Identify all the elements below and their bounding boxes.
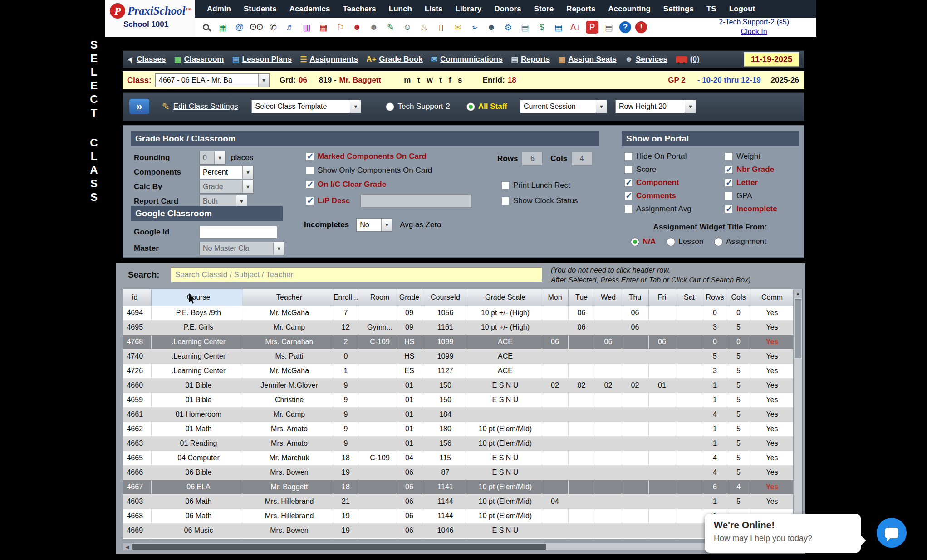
session-select[interactable]: Current Session ▼	[520, 100, 607, 113]
subnav-item-lesson-plans[interactable]: ▤Lesson Plans	[232, 55, 292, 64]
sort-az-icon[interactable]: A↓	[569, 21, 582, 34]
lp-desc-input[interactable]	[360, 194, 471, 208]
pdf-icon[interactable]: P	[586, 21, 598, 34]
person-icon[interactable]: ☻	[485, 21, 498, 34]
note-icon[interactable]: ✎	[384, 21, 397, 34]
all-staff-radio[interactable]: All Staff	[466, 102, 507, 111]
subnav-item-reports[interactable]: ▤Reports	[511, 55, 550, 64]
checkbox-icon[interactable]	[306, 166, 314, 175]
top-nav-item-donors[interactable]: Donors	[488, 5, 528, 14]
column-header-grade[interactable]: Grade	[397, 289, 422, 306]
edit-class-settings-link[interactable]: Edit Class Settings	[173, 102, 238, 111]
subnav-item-assign-seats[interactable]: ▦Assign Seats	[558, 55, 617, 64]
search-icon[interactable]	[200, 21, 212, 34]
column-header-cols[interactable]: Cols	[727, 289, 750, 306]
checkbox-icon[interactable]	[501, 197, 510, 205]
top-nav-item-accounting[interactable]: Accounting	[602, 5, 657, 14]
chat-button[interactable]	[877, 518, 907, 548]
class-row-4694[interactable]: 4694P.E. Boys /9thMr. McGaha709105610 pt…	[123, 306, 794, 320]
horizontal-scroll-thumb[interactable]	[132, 544, 546, 550]
portal-check[interactable]: Assignment Avg	[624, 205, 692, 214]
print-blue-icon[interactable]: ▤	[552, 21, 565, 34]
send-icon[interactable]: ➢	[468, 21, 481, 34]
column-header-fri[interactable]: Fri	[648, 289, 676, 306]
checkbox-icon[interactable]	[306, 197, 314, 205]
top-nav-item-academics[interactable]: Academics	[283, 5, 337, 14]
top-nav-item-lists[interactable]: Lists	[418, 5, 449, 14]
subnav-bus-count[interactable]: (0)	[676, 55, 700, 64]
radio-icon[interactable]	[631, 238, 639, 246]
gradebook-check[interactable]: On I/C Clear Grade	[306, 180, 471, 189]
top-nav-item-admin[interactable]: Admin	[201, 5, 237, 14]
table-horizontal-scrollbar[interactable]: ◀ ▶	[123, 543, 803, 551]
student-red-icon[interactable]: ☻	[351, 21, 363, 34]
printer-icon[interactable]: ▤	[603, 21, 615, 34]
row-height-select[interactable]: Row Height 20 ▼	[615, 100, 696, 113]
class-row-4660[interactable]: 466001 BibleJennifer M.Glover901150E S N…	[123, 378, 794, 393]
class-row-4662[interactable]: 466201 MathMrs. Amato90118010 pt (Elem/M…	[123, 422, 794, 436]
column-header-grade-scale[interactable]: Grade Scale	[465, 289, 542, 306]
top-nav-item-teachers[interactable]: Teachers	[336, 5, 382, 14]
scroll-up-icon[interactable]: ▲	[794, 289, 802, 298]
class-row-4768[interactable]: 4768.Learning CenterMrs. Carnahan2C-109H…	[123, 335, 794, 349]
rows-input[interactable]: 6	[522, 152, 543, 166]
class-row-4726[interactable]: 4726.Learning CenterMr. McGaha1ES1127ACE…	[123, 364, 794, 378]
announcement-icon[interactable]: ⚐	[334, 21, 347, 34]
money-icon[interactable]: $	[535, 21, 548, 34]
ledger-icon[interactable]: ▤	[519, 21, 531, 34]
current-user-link[interactable]: 2-Tech Support-2 (s5)	[719, 18, 789, 27]
gradebook-check[interactable]: Marked Components On Card	[306, 152, 471, 161]
device-icon[interactable]: ▯	[435, 21, 447, 34]
column-header-comm[interactable]: Comm	[750, 289, 794, 306]
table-vertical-scrollbar[interactable]: ▲	[793, 289, 802, 539]
chart-icon[interactable]: ▥	[300, 21, 313, 34]
widget-title-radio[interactable]: Assignment	[714, 237, 766, 246]
calcby-select[interactable]: Grade ▼	[199, 180, 254, 194]
portal-check[interactable]: Comments	[624, 191, 692, 200]
class-row-4659[interactable]: 465901 BibleChristine901150E S N U15Yes	[123, 393, 794, 407]
help-icon[interactable]: ?	[619, 21, 631, 33]
scroll-left-icon[interactable]: ◀	[123, 543, 132, 550]
class-row-4669[interactable]: 466906 MusicMrs. Bowen19061046E S N U4	[123, 523, 794, 538]
search-input[interactable]	[171, 267, 542, 282]
portal-check[interactable]: Incomplete	[725, 205, 777, 214]
top-nav-item-settings[interactable]: Settings	[657, 5, 700, 14]
top-nav-item-logout[interactable]: Logout	[723, 5, 762, 14]
gear-icon[interactable]: ⚙	[502, 21, 515, 34]
top-nav-item-reports[interactable]: Reports	[560, 5, 602, 14]
subnav-item-services[interactable]: ☻Services	[625, 55, 667, 64]
student-gray-icon[interactable]: ☻	[368, 21, 380, 34]
portal-check[interactable]: Component	[624, 178, 692, 187]
portal-check[interactable]: Letter	[725, 178, 777, 187]
widget-title-radio[interactable]: Lesson	[667, 237, 703, 246]
alert-icon[interactable]: !	[635, 21, 647, 33]
checkbox-icon[interactable]	[624, 192, 633, 200]
subnav-item-grade-book[interactable]: A+Grade Book	[366, 55, 423, 64]
class-row-4663[interactable]: 466301 ReadingMrs. Amato90115610 pt (Ele…	[123, 436, 794, 451]
column-header-courseid[interactable]: CourseId	[422, 289, 465, 306]
top-nav-item-ts[interactable]: TS	[700, 5, 723, 14]
subnav-item-communications[interactable]: ✉Communications	[431, 55, 503, 64]
class-row-4661[interactable]: 466101 HomeroomMr. Camp90118445Yes	[123, 407, 794, 422]
widget-title-radio[interactable]: N/A	[631, 237, 656, 246]
column-header-course[interactable]: Course	[151, 289, 242, 306]
radio-selected-icon[interactable]	[466, 102, 475, 111]
media-icon[interactable]: ♬	[284, 21, 296, 34]
show-clock-check[interactable]: Show Clock Status	[501, 196, 578, 205]
clock-in-link[interactable]: Clock In	[719, 27, 789, 37]
master-select[interactable]: No Master Cla ▼	[199, 242, 284, 255]
column-header-tue[interactable]: Tue	[568, 289, 595, 306]
email-at-icon[interactable]: @	[233, 21, 246, 34]
google-id-input[interactable]	[199, 226, 277, 239]
class-template-select[interactable]: Select Class Template ▼	[251, 100, 361, 113]
calendar-icon[interactable]: ▦	[216, 21, 229, 34]
eyes-icon[interactable]: ʘʘ	[250, 21, 263, 34]
column-header-mon[interactable]: Mon	[542, 289, 568, 306]
top-nav-item-library[interactable]: Library	[449, 5, 488, 14]
column-header-rows[interactable]: Rows	[703, 289, 727, 306]
portal-check[interactable]: GPA	[725, 191, 777, 200]
schedule-icon[interactable]: ▦	[317, 21, 330, 34]
column-header-room[interactable]: Room	[359, 289, 397, 306]
logo[interactable]: P PraxiSchoolTM School 1001	[105, 0, 195, 37]
subnav-item-classroom[interactable]: ▦Classroom	[174, 55, 224, 64]
